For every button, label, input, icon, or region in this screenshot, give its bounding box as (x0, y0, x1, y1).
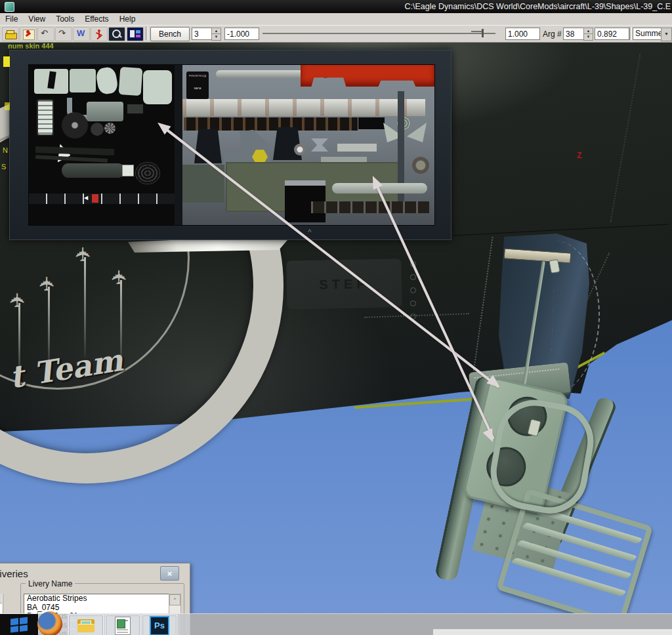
bench-button[interactable]: Bench (150, 27, 190, 41)
toolbar-separator (629, 27, 632, 40)
emblem-plane-icon: ✈ (35, 276, 58, 292)
emblem-plane-icon: ✈ (72, 246, 94, 262)
firefox-icon[interactable] (37, 611, 62, 635)
ladder-rung (516, 540, 632, 579)
frame-chevron: ^ (308, 228, 312, 237)
debug-skin-text: num skin 444 (8, 42, 54, 50)
contrail (84, 257, 86, 358)
texture-part (127, 104, 143, 113)
arg-factor-field[interactable] (595, 28, 629, 40)
export-figure-icon[interactable] (20, 27, 37, 41)
texture-foot (194, 129, 222, 163)
axis-z-label: Z (577, 151, 581, 160)
edge-char: S (1, 163, 6, 171)
ladder-rung (511, 558, 627, 597)
taskbar-explorer-button[interactable] (68, 615, 104, 635)
scroll-up-icon[interactable]: ^ (169, 594, 180, 605)
bench-value-field[interactable] (192, 28, 213, 40)
texture-metal-strip (182, 99, 425, 116)
photoshop-icon: Ps (150, 616, 169, 635)
arg-spin-down[interactable]: ▼ (583, 33, 593, 41)
menu-effects[interactable]: Effects (79, 14, 114, 24)
edge-marker (5, 102, 10, 110)
texture-bolt (294, 144, 306, 155)
texture-tick-strip (29, 194, 180, 204)
app-window: C:\Eagle Dynamics\DCS World\CoreMods\air… (0, 0, 672, 635)
taskbar-viewer-button[interactable] (105, 615, 140, 635)
slider-track[interactable] (262, 33, 495, 34)
texture-marker (92, 194, 98, 203)
texture-divider (175, 65, 182, 225)
scroll-up-icon[interactable]: ^ (0, 594, 2, 604)
taskbar-photoshop-button[interactable]: Ps (142, 615, 177, 635)
edge-marker (3, 56, 10, 67)
range-min-field[interactable] (224, 28, 259, 40)
window-title-path: C:\Eagle Dynamics\DCS World\CoreMods\air… (405, 2, 671, 11)
windows-logo-icon (10, 617, 28, 632)
toolbar-separator (146, 27, 148, 40)
list-item[interactable]: Aerobatic Stripes (24, 594, 169, 604)
dialog-title: Liveries (0, 568, 28, 579)
menu-bar: File View Tools Effects Help (0, 13, 672, 26)
report-icon[interactable] (127, 27, 144, 41)
texture-part (337, 144, 377, 152)
texture-wheel (62, 112, 88, 138)
texture-part (87, 102, 123, 121)
placard-line1: РУКОЯ ПОСД (189, 74, 206, 77)
taskbar: Ps (0, 613, 672, 635)
step-label: STEP (319, 276, 369, 292)
texture-placard-black: РУКОЯ ПОСД ВАПА (186, 72, 209, 99)
runner-icon[interactable] (91, 27, 108, 41)
texture-part (95, 66, 119, 96)
texture-part (35, 155, 108, 163)
texture-atlas-image[interactable]: ◀ РУКОЯ ПОСД ВАПА (28, 64, 435, 226)
taskbar-light-strip (433, 629, 672, 635)
texture-part (143, 70, 172, 104)
word-w-icon[interactable]: W (73, 27, 90, 41)
texture-wheel (89, 121, 105, 137)
arg-value-field[interactable] (563, 28, 585, 40)
menu-tools[interactable]: Tools (51, 14, 79, 24)
edge-char: N (3, 146, 8, 154)
season-dropdown[interactable]: Summer (633, 28, 663, 40)
texture-dark-strip (184, 117, 358, 131)
livery-group-label: Livery Name (26, 579, 75, 588)
texture-coil (135, 162, 160, 184)
texture-knob (412, 157, 429, 174)
image-viewer-icon (115, 617, 131, 635)
texture-cylinder (62, 163, 125, 178)
redo-icon[interactable]: ↷ (55, 27, 72, 41)
texture-wheel (104, 123, 116, 134)
season-dropdown-arrow[interactable]: ▼ (661, 28, 672, 41)
emblem-plane-icon: ✈ (108, 269, 131, 285)
app-icon (5, 2, 14, 12)
viewport-3d[interactable]: ✈ ✈ ✈ ✈ t Team STEP Z (0, 41, 672, 613)
texture-part (311, 201, 429, 213)
arg-label: Arg # (543, 30, 562, 39)
texture-placard (37, 99, 54, 136)
bench-spin-down[interactable]: ▼ (211, 33, 221, 41)
close-icon[interactable]: × (160, 566, 179, 581)
texture-part (119, 67, 143, 96)
start-button[interactable] (0, 614, 38, 635)
ladder-rung (521, 522, 637, 562)
list-item[interactable]: BA_0745 (24, 604, 169, 613)
texture-part (358, 117, 385, 129)
texture-part (122, 165, 134, 176)
magnifier-icon[interactable] (108, 27, 125, 41)
menu-view[interactable]: View (23, 14, 51, 24)
toolbar: ↶ ↷ W Bench ▲ ▼ Arg (0, 25, 672, 43)
emblem-plane-icon: ✈ (6, 292, 29, 308)
menu-file[interactable]: File (0, 14, 23, 24)
range-max-field[interactable] (505, 28, 540, 40)
undo-icon[interactable]: ↶ (37, 27, 54, 41)
menu-help[interactable]: Help (114, 14, 141, 24)
slider-handle[interactable] (482, 29, 484, 37)
texture-part (70, 69, 96, 92)
open-folder-icon[interactable] (2, 27, 19, 41)
slider-handle-tail (471, 31, 482, 32)
texture-atlas-panel: ◀ РУКОЯ ПОСД ВАПА (9, 50, 452, 240)
texture-marker-arrow: ◀ (84, 195, 88, 201)
folder-icon (77, 619, 94, 632)
title-bar[interactable]: C:\Eagle Dynamics\DCS World\CoreMods\air… (0, 0, 672, 13)
